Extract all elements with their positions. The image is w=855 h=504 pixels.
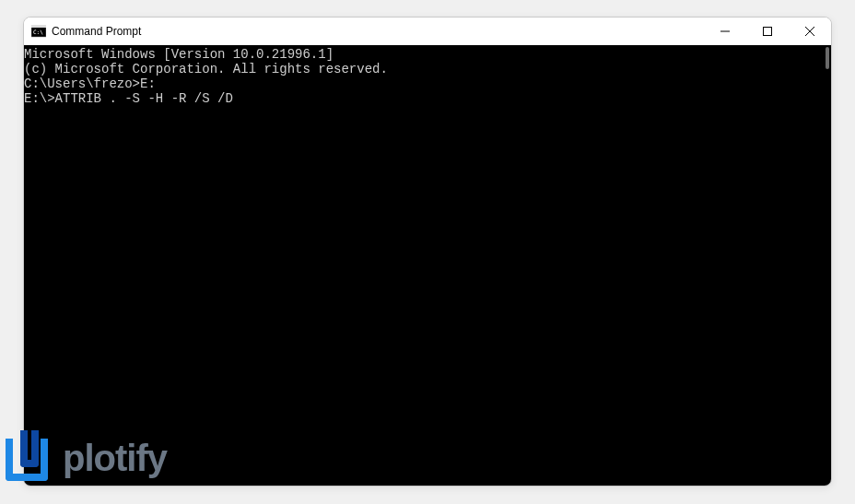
command-prompt-icon: C:\ [31, 24, 46, 39]
svg-text:C:\: C:\ [33, 29, 43, 35]
close-button[interactable] [789, 18, 831, 45]
close-icon [805, 27, 814, 36]
terminal-output[interactable]: Microsoft Windows [Version 10.0.21996.1]… [24, 45, 831, 486]
maximize-button[interactable] [746, 18, 789, 45]
maximize-icon [763, 27, 772, 36]
window-controls [704, 18, 831, 45]
window-title: Command Prompt [52, 25, 704, 38]
command-prompt-window: C:\ Command Prompt Micro [23, 17, 832, 486]
minimize-button[interactable] [704, 18, 746, 45]
terminal-line: Microsoft Windows [Version 10.0.21996.1] [24, 47, 831, 62]
terminal-line: (c) Microsoft Corporation. All rights re… [24, 62, 831, 76]
terminal-line: C:\Users\frezo>E: [24, 76, 831, 91]
titlebar[interactable]: C:\ Command Prompt [24, 18, 831, 45]
terminal-line: E:\>ATTRIB . -S -H -R /S /D [24, 91, 831, 106]
svg-rect-1 [31, 26, 46, 28]
minimize-icon [720, 27, 730, 36]
svg-rect-4 [764, 28, 772, 36]
scrollbar-thumb[interactable] [826, 47, 829, 69]
